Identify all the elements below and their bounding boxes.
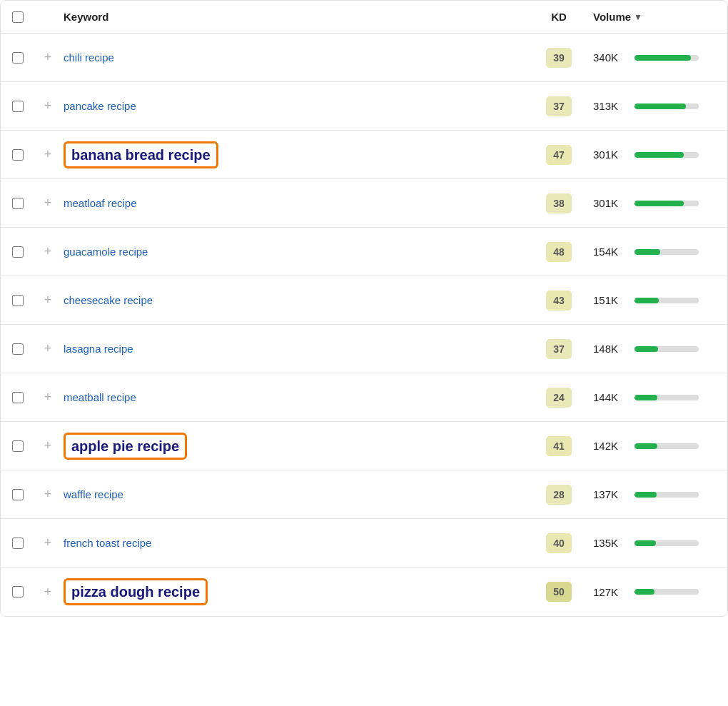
keyword-link[interactable]: guacamole recipe: [64, 246, 148, 258]
row-checkbox-cell[interactable]: [1, 198, 35, 209]
keyword-cell: banana bread recipe: [61, 141, 530, 168]
row-checkbox[interactable]: [12, 489, 24, 500]
volume-cell: 127K: [587, 586, 716, 598]
add-keyword-button[interactable]: +: [35, 244, 61, 259]
volume-value: 127K: [593, 586, 627, 598]
add-keyword-button[interactable]: +: [35, 585, 61, 600]
keyword-highlighted-link[interactable]: pizza dough recipe: [64, 578, 208, 605]
row-checkbox-cell[interactable]: [1, 52, 35, 64]
keyword-link[interactable]: meatloaf recipe: [64, 197, 137, 209]
volume-cell: 137K: [587, 488, 716, 500]
row-checkbox-cell[interactable]: [1, 246, 35, 258]
volume-bar-fill: [635, 589, 654, 595]
volume-cell: 301K: [587, 148, 716, 161]
kd-cell: 24: [530, 388, 587, 408]
volume-bar-container: [635, 395, 699, 400]
row-checkbox-cell[interactable]: [1, 440, 35, 452]
row-checkbox[interactable]: [12, 440, 24, 452]
add-keyword-button[interactable]: +: [35, 293, 61, 308]
volume-value: 340K: [593, 51, 627, 64]
row-checkbox-cell[interactable]: [1, 392, 35, 403]
kd-badge: 43: [546, 291, 572, 311]
kd-badge: 37: [546, 339, 572, 359]
add-keyword-button[interactable]: +: [35, 341, 61, 356]
row-checkbox-cell[interactable]: [1, 149, 35, 161]
add-keyword-button[interactable]: +: [35, 147, 61, 162]
add-keyword-button[interactable]: +: [35, 535, 61, 550]
kd-badge: 28: [546, 485, 572, 505]
row-checkbox[interactable]: [12, 246, 24, 258]
volume-bar-container: [635, 55, 699, 61]
row-checkbox-cell[interactable]: [1, 101, 35, 112]
row-checkbox[interactable]: [12, 295, 24, 306]
kd-cell: 37: [530, 339, 587, 359]
volume-bar-fill: [635, 298, 659, 303]
table-row: +pancake recipe37313K: [1, 82, 727, 131]
keyword-link[interactable]: pancake recipe: [64, 100, 136, 112]
row-checkbox[interactable]: [12, 101, 24, 112]
row-checkbox[interactable]: [12, 52, 24, 64]
keyword-cell: lasagna recipe: [61, 343, 530, 355]
row-checkbox-cell[interactable]: [1, 343, 35, 355]
row-checkbox-cell[interactable]: [1, 586, 35, 597]
kd-badge: 41: [546, 436, 572, 456]
add-keyword-button[interactable]: +: [35, 50, 61, 65]
volume-cell: 340K: [587, 51, 716, 64]
volume-bar-fill: [635, 540, 656, 546]
kd-badge: 39: [546, 48, 572, 68]
add-keyword-button[interactable]: +: [35, 196, 61, 211]
volume-bar-fill: [635, 201, 684, 206]
add-keyword-button[interactable]: +: [35, 438, 61, 453]
keyword-cell: waffle recipe: [61, 488, 530, 501]
table-row: +chili recipe39340K: [1, 34, 727, 82]
kd-cell: 38: [530, 193, 587, 213]
kd-badge: 48: [546, 242, 572, 262]
row-checkbox[interactable]: [12, 343, 24, 355]
volume-bar-fill: [635, 104, 686, 109]
volume-bar-container: [635, 298, 699, 303]
table-row: +meatball recipe24144K: [1, 373, 727, 422]
add-keyword-button[interactable]: +: [35, 487, 61, 502]
volume-cell: 301K: [587, 197, 716, 209]
keyword-link[interactable]: lasagna recipe: [64, 343, 133, 355]
volume-cell: 154K: [587, 246, 716, 258]
row-checkbox[interactable]: [12, 586, 24, 597]
volume-cell: 148K: [587, 343, 716, 355]
table-row: +pizza dough recipe50127K: [1, 568, 727, 616]
keyword-link[interactable]: meatball recipe: [64, 391, 136, 403]
kd-badge: 50: [546, 582, 572, 602]
volume-cell: 142K: [587, 440, 716, 452]
row-checkbox-cell[interactable]: [1, 295, 35, 306]
header-volume[interactable]: Volume ▼: [587, 11, 716, 23]
keyword-highlighted-link[interactable]: apple pie recipe: [64, 433, 187, 460]
keyword-link[interactable]: cheesecake recipe: [64, 294, 153, 306]
header-kd: KD: [530, 11, 587, 23]
keyword-highlighted-link[interactable]: banana bread recipe: [64, 141, 218, 168]
row-checkbox[interactable]: [12, 392, 24, 403]
keyword-cell: chili recipe: [61, 51, 530, 64]
row-checkbox[interactable]: [12, 538, 24, 549]
keyword-link[interactable]: french toast recipe: [64, 537, 151, 549]
volume-bar-container: [635, 104, 699, 109]
select-all-checkbox[interactable]: [12, 11, 24, 23]
row-checkbox[interactable]: [12, 149, 24, 161]
add-keyword-button[interactable]: +: [35, 99, 61, 114]
row-checkbox[interactable]: [12, 198, 24, 209]
kd-cell: 43: [530, 291, 587, 311]
volume-value: 144K: [593, 391, 627, 403]
header-checkbox-cell[interactable]: [1, 11, 35, 23]
volume-value: 142K: [593, 440, 627, 452]
add-keyword-button[interactable]: +: [35, 390, 61, 405]
keyword-link[interactable]: chili recipe: [64, 51, 114, 64]
volume-bar-fill: [635, 443, 657, 449]
keyword-link[interactable]: waffle recipe: [64, 488, 123, 500]
row-checkbox-cell[interactable]: [1, 538, 35, 549]
volume-bar-container: [635, 201, 699, 206]
volume-cell: 313K: [587, 100, 716, 112]
table-row: +cheesecake recipe43151K: [1, 276, 727, 325]
header-volume-label: Volume: [593, 11, 631, 23]
volume-value: 301K: [593, 148, 627, 161]
kd-badge: 38: [546, 193, 572, 213]
kd-cell: 28: [530, 485, 587, 505]
row-checkbox-cell[interactable]: [1, 489, 35, 500]
